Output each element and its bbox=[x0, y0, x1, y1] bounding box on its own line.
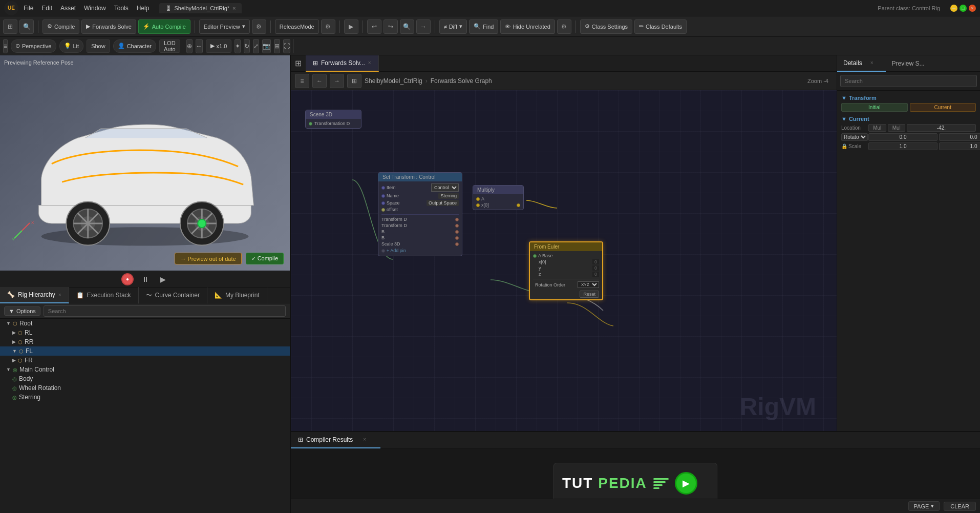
list-item[interactable]: ▶ ⬡ RL bbox=[0, 328, 290, 337]
tab-preview-s[interactable]: Preview S... bbox=[886, 55, 931, 72]
character-button[interactable]: 👤 Character bbox=[113, 39, 156, 53]
translate-icon[interactable]: ⊕ bbox=[186, 39, 193, 53]
list-item[interactable]: ◎ Wheel Rotation bbox=[0, 383, 290, 393]
graph-forward-icon[interactable]: → bbox=[330, 74, 344, 88]
details-search-input[interactable] bbox=[840, 75, 977, 87]
lod-auto-button[interactable]: LOD Auto bbox=[159, 39, 180, 53]
editor-tab[interactable]: 🎛 ShelbyModel_CtrlRig* × bbox=[159, 3, 242, 13]
search-path-icon[interactable]: 🔍 bbox=[400, 19, 414, 34]
tab-details[interactable]: Details × bbox=[837, 55, 886, 72]
close-button[interactable]: × bbox=[969, 5, 976, 12]
menu-tools[interactable]: Tools bbox=[114, 5, 129, 12]
release-mode-settings-icon[interactable]: ⚙ bbox=[321, 19, 335, 34]
grid-icon[interactable]: ⊞ bbox=[274, 39, 280, 53]
forwards-solve-tab-close[interactable]: × bbox=[368, 60, 371, 66]
rotator-x-input[interactable] bbox=[868, 133, 938, 141]
graph-back-icon[interactable]: ← bbox=[312, 74, 327, 88]
clear-button[interactable]: CLEAR bbox=[944, 502, 976, 511]
add-pin-label[interactable]: + Add pin bbox=[387, 248, 406, 253]
play-button[interactable]: ▶ bbox=[344, 19, 358, 34]
diff-button[interactable]: ≠ Diff ▾ bbox=[439, 19, 467, 34]
location-z-input[interactable] bbox=[907, 124, 976, 132]
forward-icon-button[interactable]: → bbox=[416, 19, 431, 34]
viewport-options-icon[interactable]: ≡ bbox=[3, 39, 8, 53]
move-icon[interactable]: ✦ bbox=[235, 39, 241, 53]
graph-node[interactable]: Multiply A x[0] bbox=[473, 185, 524, 210]
perspective-button[interactable]: ⊙ Perspective bbox=[11, 39, 56, 53]
scale-value-button[interactable]: ▶ x1.0 bbox=[206, 39, 232, 53]
initial-button[interactable]: Initial bbox=[841, 103, 908, 112]
forwards-solve-tab[interactable]: ⊞ Forwards Solv... × bbox=[306, 55, 379, 72]
rotate-icon[interactable]: ↻ bbox=[244, 39, 250, 53]
list-item[interactable]: ▼ ⬡ Root bbox=[0, 319, 290, 328]
current-button[interactable]: Current bbox=[910, 103, 976, 112]
graph-node[interactable]: Set Transform : Control Item Control Nam… bbox=[378, 172, 462, 256]
maximize-button[interactable]: □ bbox=[960, 5, 967, 12]
breadcrumb-graph[interactable]: Forwards Solve Graph bbox=[431, 77, 492, 85]
type-select[interactable]: Control bbox=[431, 183, 459, 192]
tutpedia-play-button[interactable]: ▶ bbox=[675, 472, 697, 495]
list-item[interactable]: ▼ ◎ Main Control bbox=[0, 365, 290, 374]
list-item[interactable]: ▼ ⬡ FL bbox=[0, 346, 290, 356]
stop-button[interactable]: ● bbox=[121, 273, 134, 285]
play-forward-button[interactable]: ▶ bbox=[157, 274, 168, 285]
compiler-close-icon[interactable]: × bbox=[356, 432, 373, 448]
scale2-icon[interactable]: ⤢ bbox=[253, 39, 259, 53]
preview-out-of-date-button[interactable]: → Preview out of date bbox=[175, 253, 241, 264]
list-item[interactable]: ▶ ⬡ FR bbox=[0, 356, 290, 365]
list-item[interactable]: ▶ ⬡ RR bbox=[0, 337, 290, 346]
editor-preview-settings-icon[interactable]: ⚙ bbox=[252, 19, 266, 34]
class-defaults-button[interactable]: ✏ Class Defaults bbox=[634, 19, 687, 34]
tab-my-blueprint[interactable]: 📐 My Blueprint bbox=[207, 287, 267, 303]
browse-icon-button[interactable]: 🔍 bbox=[19, 19, 34, 34]
rotator-y-input[interactable] bbox=[939, 133, 980, 141]
scale-y-input[interactable] bbox=[939, 142, 980, 150]
graph-canvas[interactable]: Scene 3D Transformation D Set Transform … bbox=[291, 90, 837, 431]
graph-options-icon[interactable]: ≡ bbox=[295, 74, 309, 88]
auto-compile-button[interactable]: ⚡ Auto Compile bbox=[138, 19, 190, 34]
tab-execution-stack[interactable]: 📋 Execution Stack bbox=[69, 287, 139, 303]
forwards-solve-button[interactable]: ▶ Forwards Solve bbox=[81, 19, 136, 34]
compiler-results-tab[interactable]: ⊞ Compiler Results × bbox=[291, 432, 380, 448]
maximize-viewport-icon[interactable]: ⛶ bbox=[283, 39, 290, 53]
editor-preview-dropdown[interactable]: Editor Preview ▾ bbox=[199, 19, 250, 34]
list-item[interactable]: ◎ Sterring bbox=[0, 393, 290, 402]
node-add-pin-row[interactable]: + Add pin bbox=[381, 247, 459, 254]
menu-file[interactable]: File bbox=[24, 5, 33, 12]
tab-curve-container[interactable]: 〜 Curve Container bbox=[139, 287, 207, 303]
rotation-order-select[interactable]: XYZ bbox=[578, 281, 599, 288]
rig-hierarchy-close[interactable]: × bbox=[58, 292, 61, 298]
undo-icon-button[interactable]: ↩ bbox=[367, 19, 381, 34]
rotator-select[interactable]: Rotator bbox=[841, 133, 868, 141]
rig-search-input[interactable] bbox=[44, 305, 286, 317]
graph-editor[interactable]: ⊞ ⊞ Forwards Solv... × ≡ ← → ⊞ ShelbyMod… bbox=[291, 55, 837, 431]
details-close-icon[interactable]: × bbox=[864, 55, 880, 71]
pause-button[interactable]: ⏸ bbox=[140, 274, 151, 285]
breadcrumb-model[interactable]: ShelbyModel_CtrlRig bbox=[365, 77, 422, 85]
compile-overlay-button[interactable]: ✓ Compile bbox=[246, 253, 284, 264]
menu-asset[interactable]: Asset bbox=[60, 5, 76, 12]
menu-window[interactable]: Window bbox=[84, 5, 106, 12]
hide-unrelated-button[interactable]: 👁 Hide Unrelated bbox=[500, 19, 555, 34]
scale-icon[interactable]: ↔ bbox=[196, 39, 203, 53]
show-button[interactable]: Show bbox=[87, 39, 110, 53]
graph-node-selected[interactable]: From Euler A Base x[0] 0 y bbox=[529, 241, 603, 300]
scale-x-input[interactable] bbox=[868, 142, 938, 150]
graph-fit-icon[interactable]: ⊞ bbox=[347, 74, 361, 88]
find-button[interactable]: 🔍 Find bbox=[469, 19, 498, 34]
viewport[interactable]: X Y Previewing Reference Pose → Preview … bbox=[0, 55, 290, 271]
menu-help[interactable]: Help bbox=[137, 5, 150, 12]
options-button[interactable]: ▼ Options bbox=[4, 306, 40, 316]
tab-close-button[interactable]: × bbox=[232, 5, 236, 11]
class-settings-button[interactable]: ⚙ Class Settings bbox=[580, 19, 632, 34]
hide-unrelated-settings-icon[interactable]: ⚙ bbox=[557, 19, 571, 34]
lit-button[interactable]: 💡 Lit bbox=[59, 39, 84, 53]
list-item[interactable]: ◎ Body bbox=[0, 374, 290, 383]
tab-rig-hierarchy[interactable]: 🦴 Rig Hierarchy × bbox=[0, 287, 69, 303]
redo-icon-button[interactable]: ↪ bbox=[384, 19, 398, 34]
compile-button[interactable]: ⚙ Compile bbox=[42, 19, 79, 34]
home-icon-button[interactable]: ⊞ bbox=[3, 19, 17, 34]
minimize-button[interactable]: ─ bbox=[950, 5, 957, 12]
camera-icon[interactable]: 📷 bbox=[262, 39, 271, 53]
page-button[interactable]: PAGE ▾ bbox=[908, 501, 940, 511]
